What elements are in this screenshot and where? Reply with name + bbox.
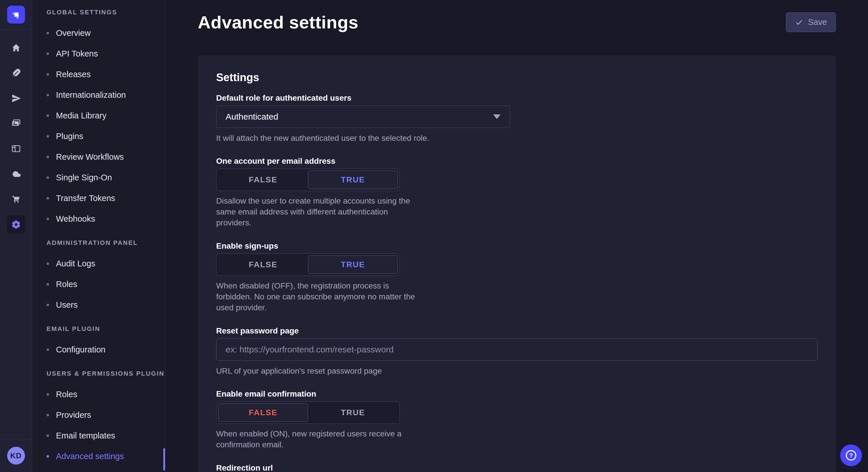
section-title: GLOBAL SETTINGS [46,9,165,16]
bullet-icon [46,94,49,96]
field-email-confirmation: Enable email confirmation FALSE TRUE Whe… [216,390,817,450]
home-icon[interactable] [7,39,25,57]
sidebar-item-media-library[interactable]: Media Library [46,111,165,121]
bullet-icon [46,348,49,351]
email-confirmation-label: Enable email confirmation [216,390,817,399]
cloud-icon[interactable] [7,165,25,183]
sidebar-item-label: Users [56,300,78,310]
sidebar-item-label: API Tokens [56,49,98,59]
default-role-select[interactable]: Authenticated [216,105,510,128]
media-library-icon[interactable] [7,114,25,133]
sidebar-item-plugins[interactable]: Plugins [46,131,165,141]
default-role-hint: It will attach the new authenticated use… [216,133,817,143]
subnav-section-administration-panel: ADMINISTRATION PANEL Audit Logs Roles Us… [46,239,165,310]
one-account-true-option[interactable]: TRUE [308,171,398,189]
active-item-indicator [163,448,165,471]
one-account-label: One account per email address [216,157,817,166]
sidebar-item-single-sign-on[interactable]: Single Sign-On [46,173,165,182]
sidebar-item-label: Advanced settings [56,451,124,461]
enable-signups-hint: When disabled (OFF), the registration pr… [216,280,417,313]
sidebar-item-label: Roles [56,279,77,289]
bullet-icon [46,283,49,285]
bullet-icon [46,53,49,55]
check-icon [795,18,803,27]
page-header: Advanced settings Save [166,0,868,32]
sidebar-item-label: Email templates [56,431,115,440]
subnav-section-email-plugin: EMAIL PLUGIN Configuration [46,325,165,355]
redirection-url-label: Redirection url [216,463,817,472]
default-role-label: Default role for authenticated users [216,94,817,103]
layout-icon[interactable] [7,140,25,158]
sidebar-item-review-workflows[interactable]: Review Workflows [46,152,165,162]
bullet-icon [46,73,49,76]
save-button-label: Save [808,18,827,27]
sidebar-item-label: Releases [56,69,91,79]
sidebar-item-releases[interactable]: Releases [46,69,165,79]
bullet-icon [46,135,49,138]
bullet-icon [46,217,49,220]
email-confirmation-toggle: FALSE TRUE [216,401,400,424]
help-button[interactable]: ? [840,444,862,466]
bullet-icon [46,262,49,265]
gear-icon[interactable] [7,215,25,234]
question-mark-icon: ? [844,449,858,462]
main-content: Advanced settings Save Settings Default … [166,0,868,472]
sidebar-item-label: Providers [56,410,91,420]
sidebar-item-label: Configuration [56,345,105,355]
reset-password-input[interactable] [216,338,817,361]
save-button[interactable]: Save [786,12,836,32]
bullet-icon [46,393,49,396]
chevron-down-icon [493,114,501,119]
rail-nav [7,39,25,241]
enable-signups-false-option[interactable]: FALSE [218,256,308,274]
sidebar-item-providers[interactable]: Providers [46,410,165,420]
paper-plane-icon[interactable] [7,89,25,107]
sidebar-item-label: Single Sign-On [56,173,112,182]
section-title: ADMINISTRATION PANEL [46,239,165,247]
sidebar-item-label: Internationalization [56,90,126,100]
sidebar-item-up-roles[interactable]: Roles [46,390,165,399]
sidebar-item-admin-users[interactable]: Users [46,300,165,310]
sidebar-item-advanced-settings[interactable]: Advanced settings [46,451,165,461]
settings-card: Settings Default role for authenticated … [198,55,836,472]
email-confirmation-true-option[interactable]: TRUE [308,403,398,422]
sidebar-item-overview[interactable]: Overview [46,28,165,38]
enable-signups-true-option[interactable]: TRUE [308,256,398,274]
sidebar-item-email-templates[interactable]: Email templates [46,431,165,440]
one-account-false-option[interactable]: FALSE [218,171,308,189]
email-confirmation-false-option[interactable]: FALSE [218,403,308,422]
sidebar-item-webhooks[interactable]: Webhooks [46,214,165,224]
sidebar-item-configuration[interactable]: Configuration [46,345,165,355]
sidebar-item-label: Review Workflows [56,152,124,162]
main-nav-rail: KD [0,0,32,472]
sidebar-item-audit-logs[interactable]: Audit Logs [46,259,165,268]
sidebar-item-transfer-tokens[interactable]: Transfer Tokens [46,193,165,203]
enable-signups-label: Enable sign-ups [216,241,817,250]
field-one-account: One account per email address FALSE TRUE… [216,157,817,228]
settings-heading: Settings [216,71,817,84]
page-title: Advanced settings [198,12,359,32]
email-confirmation-hint: When enabled (ON), new registered users … [216,429,417,450]
subnav-section-users-permissions-plugin: USERS & PERMISSIONS PLUGIN Roles Provide… [46,370,165,461]
bullet-icon [46,114,49,117]
settings-subnav: GLOBAL SETTINGS Overview API Tokens Rele… [32,0,165,472]
enable-signups-toggle: FALSE TRUE [216,254,400,276]
sidebar-item-internationalization[interactable]: Internationalization [46,90,165,100]
sidebar-item-label: Audit Logs [56,259,95,268]
sidebar-item-api-tokens[interactable]: API Tokens [46,49,165,59]
sidebar-item-label: Overview [56,28,91,38]
field-reset-password: Reset password page URL of your applicat… [216,326,817,376]
bullet-icon [46,156,49,158]
strapi-logo-icon[interactable] [7,6,25,24]
sidebar-item-admin-roles[interactable]: Roles [46,279,165,289]
rail-bottom: KD [0,440,32,472]
rail-divider [0,440,32,440]
sidebar-item-label: Roles [56,390,77,399]
avatar[interactable]: KD [7,447,25,465]
strapi-logo-glyph [11,9,22,20]
field-default-role: Default role for authenticated users Aut… [216,94,817,143]
feather-icon[interactable] [7,64,25,82]
cart-icon[interactable] [7,190,25,208]
rail-divider [0,29,32,30]
reset-password-label: Reset password page [216,326,817,336]
